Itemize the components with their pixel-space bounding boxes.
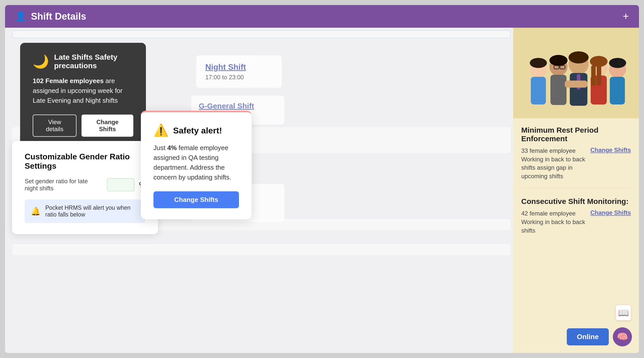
svg-rect-2 xyxy=(531,77,546,104)
gender-ratio-label: Set gender ratio for late night shifts xyxy=(25,178,102,192)
night-shift-title[interactable]: Night Shift xyxy=(205,62,273,72)
alert-notice: 🔔 Pocket HRMS will alert you when ratio … xyxy=(25,199,145,223)
svg-point-3 xyxy=(530,58,547,68)
consecutive-section: Consecutive Shift Monitoring: 42 female … xyxy=(521,197,631,235)
main-content: Night Shift 17:00 to 23:00 G-General Shi… xyxy=(5,28,639,353)
header-left: 👤 Shift Details xyxy=(15,11,86,22)
top-bar xyxy=(12,30,511,38)
page-title: Shift Details xyxy=(31,11,86,22)
alert-notice-text: Pocket HRMS will alert you when ratio fa… xyxy=(45,204,139,218)
alert-title: Safety alert! xyxy=(173,126,222,135)
g-general-title[interactable]: G-General Shift xyxy=(199,102,277,110)
rest-period-title: Minimum Rest Period Enforcement xyxy=(521,126,631,143)
safety-card-title: Late Shifts Safety precautions xyxy=(54,53,133,70)
book-button[interactable]: 📖 xyxy=(616,305,631,320)
gender-ratio-input[interactable] xyxy=(107,178,135,191)
app-window: 👤 Shift Details + Night Shift 17:00 to 2… xyxy=(5,5,639,353)
rest-period-text: 33 female employee Working in back to ba… xyxy=(521,147,585,180)
safety-card-header: 🌙 Late Shifts Safety precautions xyxy=(33,53,133,70)
consecutive-body: 42 female employee Working in back to ba… xyxy=(521,209,631,235)
people-illustration xyxy=(518,30,634,116)
gender-ratio-title: Customizable Gender Ratio Settings xyxy=(25,152,145,171)
svg-point-13 xyxy=(569,51,589,63)
right-panel-content: Minimum Rest Period Enforcement 33 femal… xyxy=(513,118,639,242)
rest-period-change-link[interactable]: Change Shifts xyxy=(590,147,631,154)
right-panel: Minimum Rest Period Enforcement 33 femal… xyxy=(513,28,639,353)
gender-ratio-card: Customizable Gender Ratio Settings Set g… xyxy=(12,141,158,234)
safety-card-bold: 102 Female employees xyxy=(33,77,104,85)
safety-precautions-card: 🌙 Late Shifts Safety precautions 102 Fem… xyxy=(20,43,146,147)
team-image xyxy=(513,28,639,118)
moon-icon: 🌙 xyxy=(33,54,49,69)
warning-icon: ⚠️ xyxy=(153,123,169,137)
alert-body-rest: female employee assigned in QA testing d… xyxy=(153,144,231,181)
svg-rect-17 xyxy=(591,65,596,86)
svg-rect-5 xyxy=(550,75,567,105)
svg-point-21 xyxy=(609,58,626,68)
alert-header: ⚠️ Safety alert! xyxy=(153,123,239,137)
rest-period-body: 33 female employee Working in back to ba… xyxy=(521,147,631,180)
night-shift-time: 17:00 to 23:00 xyxy=(205,74,273,81)
consecutive-title: Consecutive Shift Monitoring: xyxy=(521,197,631,206)
svg-point-9 xyxy=(549,55,568,66)
online-badge: Online xyxy=(567,328,609,345)
consecutive-change-link[interactable]: Change Shifts xyxy=(590,209,631,216)
view-details-button[interactable]: View details xyxy=(33,115,76,137)
night-shift-card: Night Shift 17:00 to 23:00 xyxy=(196,55,282,88)
bottom-row-2 xyxy=(12,244,511,255)
alert-percent: 4% xyxy=(167,144,177,152)
safety-card-buttons: View details Change Shifts xyxy=(33,115,133,137)
svg-rect-20 xyxy=(610,77,625,104)
brain-button[interactable]: 🧠 xyxy=(613,327,632,346)
bell-icon: 🔔 xyxy=(31,206,41,216)
change-shifts-button-blue[interactable]: Change Shifts xyxy=(153,191,239,208)
svg-point-16 xyxy=(590,56,608,67)
alert-body: Just 4% female employee assigned in QA t… xyxy=(153,143,239,182)
header-icon: 👤 xyxy=(15,11,26,22)
change-shifts-button-dark[interactable]: Change Shifts xyxy=(82,115,133,137)
svg-rect-18 xyxy=(597,65,601,86)
safety-alert-card: ⚠️ Safety alert! Just 4% female employee… xyxy=(141,111,252,219)
header: 👤 Shift Details + xyxy=(5,5,639,28)
svg-rect-23 xyxy=(574,81,587,88)
rest-period-section: Minimum Rest Period Enforcement 33 femal… xyxy=(521,126,631,188)
consecutive-text: 42 female employee Working in back to ba… xyxy=(521,209,585,235)
gender-ratio-row: Set gender ratio for late night shifts % xyxy=(25,178,145,192)
safety-card-body: 102 Female employees are assigned in upc… xyxy=(33,76,133,105)
add-button[interactable]: + xyxy=(623,10,629,22)
